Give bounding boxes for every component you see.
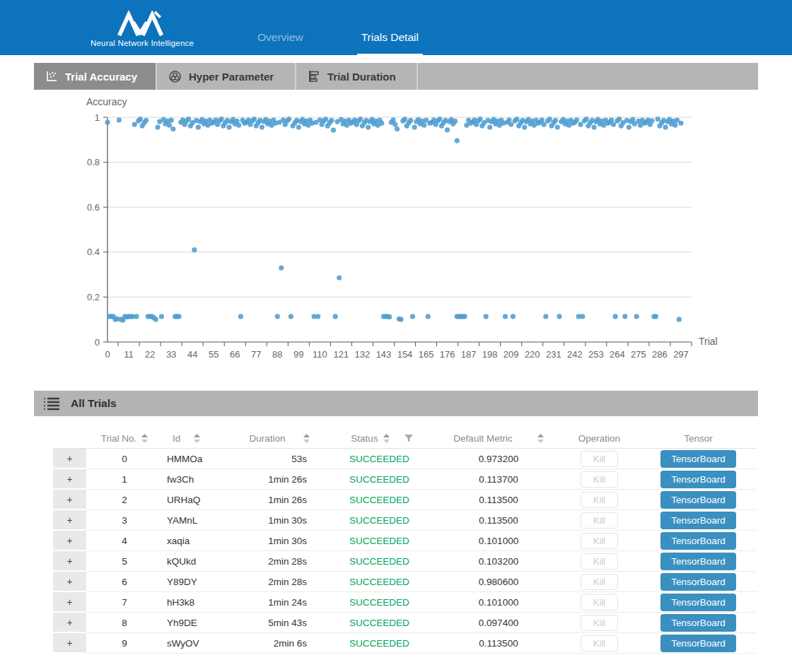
sort-icon[interactable] bbox=[141, 434, 148, 443]
default-metric-cell: 0.980600 bbox=[438, 572, 559, 592]
col-id: Id bbox=[163, 433, 233, 444]
trials-table-body: + 0 HMMOa 53s SUCCEEDED 0.973200 Kill Te… bbox=[53, 449, 757, 654]
svg-text:66: 66 bbox=[230, 349, 240, 360]
operation-cell: Kill bbox=[559, 469, 640, 490]
tab-trial-duration-label: Trial Duration bbox=[327, 71, 396, 83]
kill-button[interactable]: Kill bbox=[581, 451, 618, 467]
table-row: + 3 YAMnL 1min 30s SUCCEEDED 0.113500 Ki… bbox=[53, 510, 757, 531]
tab-hyper-parameter[interactable]: Hyper Parameter bbox=[157, 63, 296, 90]
table-row: + 5 kQUkd 2min 28s SUCCEEDED 0.103200 Ki… bbox=[53, 551, 757, 572]
trial-id-cell: Yh9DE bbox=[163, 613, 233, 633]
tensorboard-button[interactable]: TensorBoard bbox=[660, 573, 736, 591]
trial-id-cell: sWyOV bbox=[163, 633, 233, 654]
expand-row-button[interactable]: + bbox=[53, 490, 86, 509]
duration-cell: 53s bbox=[233, 449, 325, 469]
expand-row-button[interactable]: + bbox=[53, 572, 86, 591]
table-row: + 1 fw3Ch 1min 26s SUCCEEDED 0.113700 Ki… bbox=[53, 469, 757, 490]
trials-table-head: Trial No. Id Duration Status Default Met… bbox=[53, 429, 757, 449]
svg-text:0.4: 0.4 bbox=[87, 247, 100, 257]
duration-bars-icon bbox=[308, 70, 320, 83]
nav-overview[interactable]: Overview bbox=[257, 31, 303, 55]
table-row: + 6 Y89DY 2min 28s SUCCEEDED 0.980600 Ki… bbox=[53, 572, 757, 592]
top-navigation: Overview Trials Detail bbox=[231, 0, 450, 55]
trial-no-cell: 8 bbox=[86, 613, 163, 633]
expand-row-button[interactable]: + bbox=[53, 469, 86, 488]
tensorboard-button[interactable]: TensorBoard bbox=[660, 594, 736, 611]
svg-text:110: 110 bbox=[313, 349, 327, 360]
expand-row-button[interactable]: + bbox=[53, 633, 86, 652]
sort-icon[interactable] bbox=[303, 434, 310, 443]
kill-button[interactable]: Kill bbox=[581, 615, 618, 631]
expand-row-button[interactable]: + bbox=[53, 592, 86, 611]
kill-button[interactable]: Kill bbox=[581, 471, 618, 488]
default-metric-cell: 0.113700 bbox=[438, 469, 559, 490]
status-badge: SUCCEEDED bbox=[325, 592, 438, 613]
kill-button[interactable]: Kill bbox=[581, 533, 618, 549]
tensorboard-button[interactable]: TensorBoard bbox=[660, 614, 736, 632]
list-icon bbox=[42, 396, 61, 411]
tensorboard-button[interactable]: TensorBoard bbox=[660, 512, 736, 529]
status-badge: SUCCEEDED bbox=[325, 510, 438, 531]
svg-text:264: 264 bbox=[610, 349, 625, 360]
tensorboard-button[interactable]: TensorBoard bbox=[660, 635, 736, 652]
trial-id-cell: URHaQ bbox=[163, 490, 233, 510]
tensor-cell: TensorBoard bbox=[640, 449, 757, 469]
col-duration: Duration bbox=[233, 433, 325, 444]
duration-cell: 2min 28s bbox=[233, 572, 325, 592]
trial-id-cell: Y89DY bbox=[163, 572, 233, 592]
svg-text:22: 22 bbox=[145, 349, 155, 360]
tensorboard-button[interactable]: TensorBoard bbox=[660, 450, 736, 468]
expand-row-button[interactable]: + bbox=[53, 449, 86, 468]
tensorboard-button[interactable]: TensorBoard bbox=[660, 553, 736, 570]
svg-text:154: 154 bbox=[397, 349, 413, 360]
svg-text:297: 297 bbox=[673, 349, 689, 360]
nav-trials-detail[interactable]: Trials Detail bbox=[357, 31, 423, 55]
trial-no-cell: 9 bbox=[86, 633, 163, 654]
trial-id-cell: fw3Ch bbox=[163, 469, 233, 490]
kill-button[interactable]: Kill bbox=[581, 635, 618, 652]
trial-no-cell: 5 bbox=[86, 551, 163, 572]
tab-trial-duration[interactable]: Trial Duration bbox=[296, 63, 418, 90]
status-badge: SUCCEEDED bbox=[325, 633, 438, 654]
trial-id-cell: YAMnL bbox=[163, 510, 233, 531]
tab-hyper-parameter-label: Hyper Parameter bbox=[189, 71, 274, 83]
tab-trial-accuracy[interactable]: Trial Accuracy bbox=[34, 63, 157, 90]
table-row: + 4 xaqia 1min 30s SUCCEEDED 0.101000 Ki… bbox=[53, 531, 757, 551]
expand-row-button[interactable]: + bbox=[53, 551, 86, 570]
expand-row-button[interactable]: + bbox=[53, 531, 86, 550]
tensorboard-button[interactable]: TensorBoard bbox=[660, 532, 736, 550]
kill-button[interactable]: Kill bbox=[581, 553, 618, 570]
tensor-cell: TensorBoard bbox=[640, 469, 757, 490]
expand-cell: + bbox=[53, 449, 86, 469]
col-id-label: Id bbox=[173, 433, 180, 444]
kill-button[interactable]: Kill bbox=[581, 594, 618, 611]
kill-button[interactable]: Kill bbox=[581, 574, 618, 590]
col-trial-no-label: Trial No. bbox=[101, 433, 137, 444]
kill-button[interactable]: Kill bbox=[581, 492, 618, 508]
sort-icon[interactable] bbox=[383, 434, 390, 443]
nni-trials-detail-page: Neural Network Intelligence Overview Tri… bbox=[0, 0, 792, 672]
trial-no-cell: 6 bbox=[86, 572, 163, 592]
tensorboard-button[interactable]: TensorBoard bbox=[660, 491, 736, 509]
brand-subtitle: Neural Network Intelligence bbox=[91, 39, 194, 47]
sort-icon[interactable] bbox=[194, 434, 200, 443]
col-status: Status bbox=[325, 433, 438, 444]
kill-button[interactable]: Kill bbox=[581, 512, 618, 529]
expand-cell: + bbox=[53, 531, 86, 551]
sort-icon[interactable] bbox=[537, 434, 544, 443]
filter-icon[interactable] bbox=[404, 435, 413, 442]
svg-text:0.8: 0.8 bbox=[87, 157, 100, 167]
trials-table: Trial No. Id Duration Status Default Met… bbox=[53, 429, 757, 654]
default-metric-cell: 0.101000 bbox=[438, 592, 559, 613]
svg-text:88: 88 bbox=[272, 349, 282, 360]
status-badge: SUCCEEDED bbox=[325, 531, 438, 551]
col-tensor-label: Tensor bbox=[684, 433, 713, 444]
expand-row-button[interactable]: + bbox=[53, 510, 86, 529]
tensor-cell: TensorBoard bbox=[640, 490, 757, 510]
svg-text:0.6: 0.6 bbox=[87, 202, 100, 213]
tensorboard-button[interactable]: TensorBoard bbox=[660, 471, 736, 488]
duration-cell: 2min 28s bbox=[233, 551, 325, 572]
col-default-metric-label: Default Metric bbox=[453, 433, 512, 444]
operation-cell: Kill bbox=[559, 613, 640, 633]
expand-row-button[interactable]: + bbox=[53, 613, 86, 632]
